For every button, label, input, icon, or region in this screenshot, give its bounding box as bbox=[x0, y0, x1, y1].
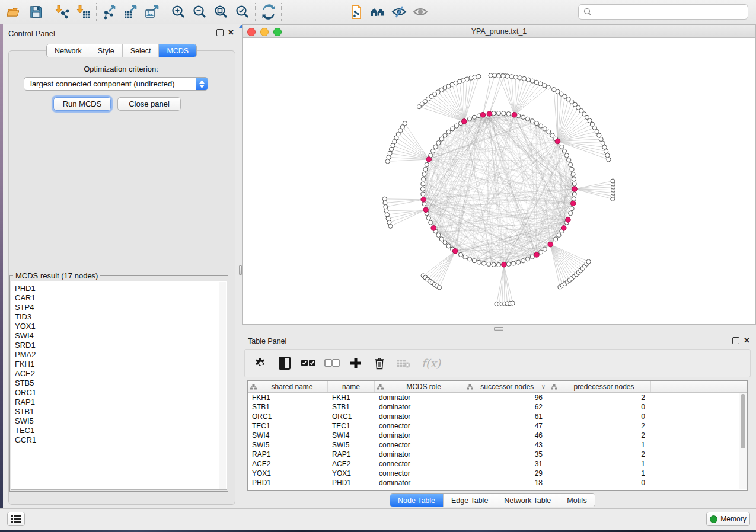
graph-node[interactable] bbox=[602, 145, 607, 149]
eye-slash-icon[interactable] bbox=[390, 3, 408, 21]
graph-node[interactable] bbox=[543, 127, 547, 131]
memory-button[interactable]: Memory bbox=[706, 512, 750, 526]
tab-motifs[interactable]: Motifs bbox=[559, 494, 594, 507]
columns-icon[interactable] bbox=[277, 355, 292, 371]
graph-node[interactable] bbox=[551, 87, 556, 91]
graph-node[interactable] bbox=[388, 151, 392, 155]
mcds-result-item[interactable]: RAP1 bbox=[11, 398, 227, 407]
float-panel-icon[interactable] bbox=[216, 29, 224, 36]
graph-node[interactable] bbox=[437, 286, 441, 290]
graph-node[interactable] bbox=[538, 82, 543, 86]
graph-node[interactable] bbox=[572, 192, 576, 196]
graph-node[interactable] bbox=[564, 153, 569, 158]
graph-node[interactable] bbox=[502, 111, 506, 116]
mcds-result-item[interactable]: CAR1 bbox=[11, 293, 227, 303]
graph-node[interactable] bbox=[571, 172, 575, 176]
graph-node[interactable] bbox=[420, 187, 425, 191]
mcds-result-item[interactable]: GCR1 bbox=[11, 435, 227, 445]
mcds-result-item[interactable]: PMA2 bbox=[11, 350, 227, 360]
graph-node[interactable] bbox=[496, 73, 500, 78]
run-mcds-button[interactable]: Run MCDS bbox=[53, 97, 111, 111]
table-row[interactable]: ORC1ORC1dominator610 bbox=[248, 412, 747, 421]
table-row[interactable]: SWI4SWI4dominator462 bbox=[248, 431, 747, 440]
mcds-result-item[interactable]: PHD1 bbox=[11, 284, 227, 293]
graph-dominator-node[interactable] bbox=[561, 226, 566, 231]
mcds-result-item[interactable]: YOX1 bbox=[11, 322, 227, 331]
graph-node[interactable] bbox=[543, 247, 547, 251]
graph-node[interactable] bbox=[481, 261, 486, 265]
graph-node[interactable] bbox=[562, 149, 566, 153]
graph-node[interactable] bbox=[425, 162, 429, 166]
zoom-out-icon[interactable] bbox=[191, 3, 209, 21]
graph-dominator-node[interactable] bbox=[548, 242, 553, 247]
graph-node[interactable] bbox=[570, 167, 574, 171]
graph-dominator-node[interactable] bbox=[421, 197, 426, 203]
graph-node[interactable] bbox=[496, 262, 500, 267]
graph-node[interactable] bbox=[421, 177, 425, 181]
column-header-name[interactable]: name bbox=[328, 381, 375, 392]
export-table-icon[interactable] bbox=[122, 3, 140, 21]
graph-node[interactable] bbox=[572, 197, 576, 201]
graph-node[interactable] bbox=[421, 192, 425, 196]
trash-icon[interactable] bbox=[372, 355, 387, 371]
graph-dominator-node[interactable] bbox=[426, 157, 432, 162]
graph-node[interactable] bbox=[477, 260, 481, 264]
graph-dominator-node[interactable] bbox=[502, 262, 507, 267]
graph-node[interactable] bbox=[473, 75, 477, 79]
table-row[interactable]: ACE2ACE2connector311 bbox=[248, 459, 747, 469]
graph-node[interactable] bbox=[389, 147, 393, 151]
graph-node[interactable] bbox=[422, 172, 426, 176]
graph-node[interactable] bbox=[521, 115, 525, 119]
graph-dominator-node[interactable] bbox=[572, 187, 578, 192]
tab-edge-table[interactable]: Edge Table bbox=[444, 494, 496, 507]
graph-dominator-node[interactable] bbox=[534, 252, 540, 258]
graph-node[interactable] bbox=[611, 179, 615, 183]
tab-style[interactable]: Style bbox=[90, 44, 123, 57]
graph-node[interactable] bbox=[554, 237, 558, 241]
save-icon[interactable] bbox=[27, 3, 45, 21]
eye-icon[interactable] bbox=[412, 3, 429, 21]
close-panel-icon[interactable]: ✕ bbox=[744, 338, 750, 344]
zoom-selected-icon[interactable] bbox=[234, 3, 251, 21]
graph-node[interactable] bbox=[487, 262, 491, 266]
graph-node[interactable] bbox=[530, 255, 534, 259]
table-scrollbar-thumb[interactable] bbox=[741, 394, 745, 448]
graph-node[interactable] bbox=[530, 79, 534, 83]
graph-node[interactable] bbox=[443, 241, 447, 245]
float-panel-icon[interactable] bbox=[732, 337, 739, 344]
graph-node[interactable] bbox=[426, 216, 430, 220]
graph-node[interactable] bbox=[446, 130, 451, 134]
import-table-icon[interactable] bbox=[75, 3, 92, 21]
tab-network[interactable]: Network bbox=[47, 44, 90, 57]
graph-node[interactable] bbox=[534, 80, 538, 84]
graph-node[interactable] bbox=[467, 117, 471, 121]
graph-node[interactable] bbox=[472, 259, 476, 263]
graph-node[interactable] bbox=[518, 76, 522, 80]
graph-node[interactable] bbox=[467, 257, 471, 261]
mcds-result-item[interactable]: SWI5 bbox=[11, 416, 227, 426]
mcds-result-item[interactable]: FKH1 bbox=[11, 360, 227, 369]
open-folder-icon[interactable] bbox=[5, 3, 23, 21]
graph-dominator-node[interactable] bbox=[462, 119, 467, 124]
graph-node[interactable] bbox=[443, 133, 447, 137]
mcds-result-item[interactable]: SWI4 bbox=[11, 331, 227, 341]
graph-node[interactable] bbox=[439, 137, 444, 141]
graph-node[interactable] bbox=[423, 167, 428, 171]
graph-node[interactable] bbox=[477, 74, 481, 78]
zoom-fit-icon[interactable] bbox=[212, 3, 230, 21]
graph-node[interactable] bbox=[513, 75, 518, 79]
graph-node[interactable] bbox=[496, 111, 500, 115]
graph-node[interactable] bbox=[605, 153, 610, 158]
column-header-MCDS-role[interactable]: MCDS role bbox=[375, 381, 464, 392]
graph-node[interactable] bbox=[604, 149, 608, 153]
graph-node[interactable] bbox=[417, 105, 421, 109]
export-network-icon[interactable] bbox=[101, 3, 119, 21]
graph-node[interactable] bbox=[505, 74, 509, 78]
graph-node[interactable] bbox=[550, 133, 554, 137]
graph-node[interactable] bbox=[607, 158, 611, 162]
graph-dominator-node[interactable] bbox=[570, 201, 576, 206]
delete-table-icon[interactable] bbox=[395, 355, 411, 371]
table-row[interactable]: FKH1FKH1dominator962 bbox=[248, 393, 747, 402]
gear-icon[interactable] bbox=[253, 355, 269, 371]
graph-node[interactable] bbox=[501, 74, 505, 78]
